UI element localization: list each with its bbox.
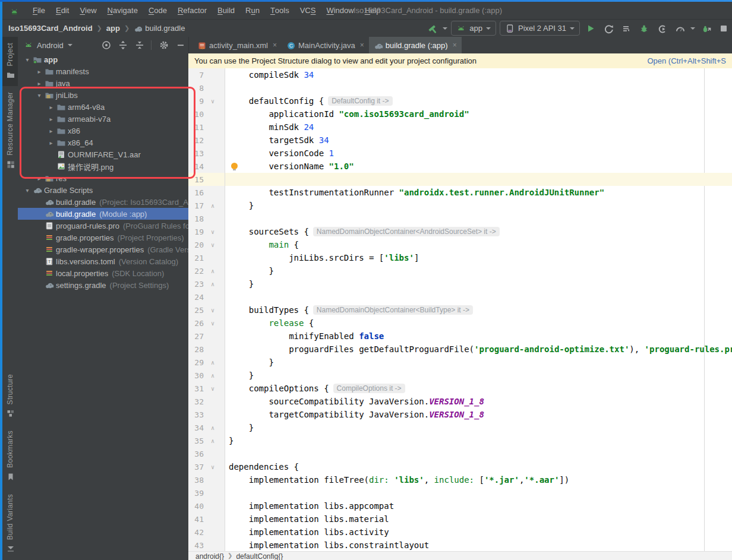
project-view-selector[interactable]: Android — [37, 41, 64, 50]
tree-item-res[interactable]: ▸res — [18, 172, 188, 184]
editor-breadcrumb-item[interactable]: defaultConfig{} — [236, 552, 283, 560]
stop-button[interactable] — [717, 22, 731, 35]
tool-window-tab-resource-manager[interactable]: Resource Manager — [2, 86, 18, 176]
tree-collapsed-arrow-icon[interactable]: ▸ — [34, 68, 44, 75]
code-line-41: 41implementation libs.material — [188, 512, 732, 526]
apply-changes-restart-button[interactable] — [601, 22, 616, 35]
tree-item-manifests[interactable]: ▸manifests — [18, 65, 188, 77]
fold-open-icon[interactable]: ∨ — [204, 307, 222, 314]
build-hammer-button[interactable] — [425, 22, 439, 35]
tree-expanded-arrow-icon[interactable]: ▾ — [34, 92, 44, 99]
fold-open-icon[interactable]: ∨ — [204, 385, 222, 392]
breadcrumb-item[interactable]: app — [106, 24, 120, 33]
banner-open-link[interactable]: Open (Ctrl+Alt+Shift+S — [647, 56, 726, 65]
fold-open-icon[interactable]: ∨ — [204, 229, 222, 235]
menu-refactor[interactable]: Refactor — [172, 2, 212, 19]
hide-button[interactable] — [175, 40, 185, 51]
tree-item-gradle-properties[interactable]: gradle.properties(Project Properties) — [18, 232, 188, 243]
tree-item-armeabi-v7a[interactable]: ▸armeabi-v7a — [18, 113, 188, 125]
menu-run[interactable]: Run — [240, 2, 265, 19]
gauge-dropdown-icon[interactable] — [690, 27, 695, 30]
tree-item-settings-gradle[interactable]: settings.gradle(Project Settings) — [18, 279, 188, 291]
tree-item-java[interactable]: ▸java — [18, 77, 188, 89]
chevron-down-icon[interactable] — [68, 44, 72, 46]
editor-tab-build-gradle-app-[interactable]: build.gradle (:app)× — [369, 37, 462, 53]
gradle-icon — [33, 185, 42, 195]
tree-item-ourmifare-v1-aar[interactable]: OURMIFARE_V1.aar — [18, 148, 188, 160]
menu-tools[interactable]: Tools — [265, 2, 295, 19]
tree-item-libs-versions-toml[interactable]: [T]libs.versions.toml(Version Catalog) — [18, 255, 188, 267]
tree-collapsed-arrow-icon[interactable]: ▸ — [46, 116, 56, 122]
menu-edit[interactable]: Edit — [51, 2, 74, 19]
locate-button[interactable] — [101, 40, 111, 51]
menu-navigate[interactable]: Navigate — [102, 2, 143, 19]
code-editor[interactable]: 7compileSdk 3489∨defaultConfig {DefaultC… — [188, 68, 732, 551]
tree-collapsed-arrow-icon[interactable]: ▸ — [34, 80, 44, 87]
tree-item-x86[interactable]: ▸x86 — [18, 125, 188, 137]
tree-item-app[interactable]: ▾app — [18, 53, 188, 65]
fold-close-icon[interactable]: ∧ — [204, 359, 222, 366]
fold-open-icon[interactable]: ∨ — [204, 464, 222, 470]
fold-open-icon[interactable]: ∨ — [204, 320, 222, 327]
menu-code[interactable]: Code — [143, 2, 172, 19]
tool-window-tab-structure[interactable]: Structure — [2, 368, 18, 425]
tree-item-gradle-wrapper-properties[interactable]: gradle-wrapper.properties(Gradle Vers — [18, 243, 188, 255]
tree-item-gradle-scripts[interactable]: ▾Gradle Scripts — [18, 184, 188, 196]
editor-tab-mainactivity-java[interactable]: CMainActivity.java× — [282, 37, 369, 53]
menu-vcs[interactable]: VCS — [295, 2, 321, 19]
hammer-dropdown-icon[interactable] — [443, 27, 447, 30]
gear-button[interactable] — [159, 40, 168, 51]
tree-item-build-gradle[interactable]: build.gradle(Project: Iso15693Card_Anc — [18, 196, 188, 208]
editor-tab-activity-main-xml[interactable]: <>activity_main.xml× — [193, 37, 282, 53]
tool-window-tab-build-variants[interactable]: Build Variants — [2, 488, 18, 560]
menu-file[interactable]: File — [27, 2, 51, 19]
device-select[interactable]: Pixel 2 API 31 — [500, 21, 580, 36]
project-panel-header: Android — [18, 37, 188, 54]
tree-expanded-arrow-icon[interactable]: ▾ — [23, 56, 32, 63]
profiler-button[interactable] — [655, 22, 669, 35]
expand-all-button[interactable] — [118, 40, 127, 51]
tree-collapsed-arrow-icon[interactable]: ▸ — [46, 128, 56, 134]
attach-debugger-button[interactable] — [699, 22, 713, 35]
tool-window-tab-project[interactable]: Project — [2, 37, 18, 86]
close-icon[interactable]: × — [273, 41, 277, 49]
tree-collapsed-arrow-icon[interactable]: ▸ — [34, 175, 44, 182]
tree-collapsed-arrow-icon[interactable]: ▸ — [46, 104, 56, 110]
apply-code-changes-button[interactable] — [619, 22, 633, 35]
intention-bulb-icon[interactable] — [231, 163, 238, 169]
menu-view[interactable]: View — [74, 2, 102, 19]
fold-close-icon[interactable]: ∧ — [204, 438, 222, 444]
fold-open-icon[interactable]: ∨ — [204, 242, 222, 248]
tree-item--png[interactable]: 操作说明.png — [18, 160, 188, 172]
menu-build[interactable]: Build — [212, 2, 240, 19]
debug-button[interactable] — [637, 22, 651, 35]
tree-collapsed-arrow-icon[interactable]: ▸ — [46, 140, 56, 146]
breadcrumb-item[interactable]: Iso15693Card_Android — [8, 24, 93, 33]
run-configuration-select[interactable]: app — [451, 21, 496, 36]
tree-item-x86-64[interactable]: ▸x86_64 — [18, 137, 188, 148]
collapse-all-button[interactable] — [134, 40, 144, 51]
editor-breadcrumbs: android{}❯defaultConfig{} — [188, 551, 732, 560]
gauge-button[interactable] — [673, 22, 687, 35]
tree-item-jnilibs[interactable]: ▾jniLibs — [18, 89, 188, 101]
fold-close-icon[interactable]: ∧ — [204, 425, 222, 431]
editor-breadcrumb-item[interactable]: android{} — [195, 552, 224, 560]
fold-close-icon[interactable]: ∧ — [204, 268, 222, 274]
tree-item-label: app — [44, 55, 58, 64]
run-button[interactable] — [583, 22, 598, 35]
tree-item-proguard-rules-pro[interactable]: proguard-rules.pro(ProGuard Rules for — [18, 220, 188, 232]
tree-item-arm64-v8a[interactable]: ▸arm64-v8a — [18, 101, 188, 113]
fold-close-icon[interactable]: ∧ — [204, 203, 222, 209]
code-text: jniLibs.srcDirs = ['libs'] — [225, 253, 419, 262]
tree-expanded-arrow-icon[interactable]: ▾ — [23, 187, 32, 194]
tool-window-tab-bookmarks[interactable]: Bookmarks — [2, 425, 18, 488]
close-icon[interactable]: × — [360, 41, 364, 49]
close-icon[interactable]: × — [453, 41, 457, 49]
fold-open-icon[interactable]: ∨ — [204, 98, 222, 105]
tree-item-build-gradle[interactable]: build.gradle(Module :app) — [18, 208, 188, 220]
fold-close-icon[interactable]: ∧ — [204, 281, 222, 287]
tree-item-description: (Gradle Vers — [147, 245, 188, 254]
fold-close-icon[interactable]: ∧ — [204, 372, 222, 379]
tree-item-local-properties[interactable]: local.properties(SDK Location) — [18, 267, 188, 279]
breadcrumb-item[interactable]: build.gradle — [134, 24, 185, 33]
